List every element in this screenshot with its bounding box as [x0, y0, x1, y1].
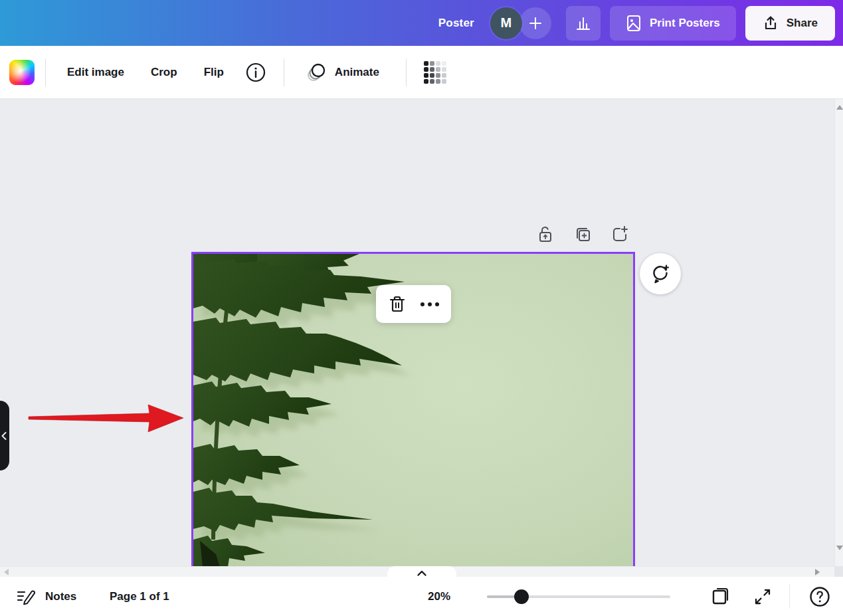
grid-view-button[interactable]: [709, 577, 733, 616]
timeline-expand-tab[interactable]: [387, 566, 456, 577]
scroll-left-arrow-icon[interactable]: [4, 569, 9, 575]
page-indicator[interactable]: Page 1 of 1: [110, 577, 169, 616]
delete-button[interactable]: [385, 292, 409, 316]
toolbar-divider: [406, 58, 407, 86]
zoom-slider-track[interactable]: [487, 595, 670, 598]
red-arrow-annotation: [27, 401, 186, 435]
collapse-chevron-icon: [1, 432, 7, 440]
info-icon: [245, 62, 266, 83]
avatar-initial: M: [501, 15, 512, 31]
add-member-button[interactable]: [519, 7, 551, 39]
avatar[interactable]: M: [490, 7, 522, 39]
footer-divider: [789, 584, 790, 609]
comment-add-icon: [650, 263, 671, 284]
plus-icon: [528, 16, 543, 31]
pages-icon: [709, 585, 733, 609]
selection-actions: [535, 225, 630, 245]
insights-button[interactable]: [566, 6, 601, 41]
trash-icon: [388, 294, 407, 314]
chevron-up-icon: [417, 570, 426, 576]
element-mini-toolbar: [376, 285, 451, 323]
help-icon: [808, 585, 831, 608]
print-posters-label: Print Posters: [650, 17, 720, 30]
zoom-slider-knob[interactable]: [514, 589, 529, 604]
sidebar-collapse-handle[interactable]: [0, 401, 9, 470]
lock-icon: [537, 225, 554, 244]
help-button[interactable]: [808, 577, 831, 616]
notes-label: Notes: [45, 590, 76, 603]
expand-icon: [753, 587, 773, 607]
duplicate-icon: [573, 225, 592, 244]
notes-icon: [16, 588, 36, 605]
account-group: M: [490, 7, 551, 39]
zoom-slider[interactable]: [487, 577, 670, 616]
animate-button[interactable]: Animate: [295, 56, 390, 89]
add-page-above-button[interactable]: [610, 225, 630, 245]
duplicate-button[interactable]: [573, 225, 593, 245]
animate-icon: [306, 62, 328, 82]
scroll-right-arrow-icon[interactable]: [815, 569, 820, 575]
share-button[interactable]: Share: [745, 6, 835, 41]
fullscreen-button[interactable]: [753, 577, 773, 616]
transparency-button[interactable]: [417, 56, 453, 89]
info-button[interactable]: [238, 56, 273, 88]
transparency-icon: [424, 61, 446, 84]
add-comment-button[interactable]: [640, 253, 681, 294]
more-options-button[interactable]: [418, 292, 442, 316]
bar-chart-icon: [575, 15, 592, 32]
app-header: Poster M Print Posters Share: [0, 0, 843, 46]
scroll-up-arrow-icon[interactable]: [836, 105, 843, 110]
toolbar-divider: [45, 58, 46, 86]
crop-button[interactable]: Crop: [140, 59, 188, 86]
color-filter-icon[interactable]: [9, 60, 35, 85]
add-page-icon: [610, 225, 629, 244]
image-icon: [626, 15, 642, 32]
more-dots-icon: [421, 302, 439, 306]
canvas-workspace: + Add page: [0, 98, 843, 577]
flip-button[interactable]: Flip: [193, 59, 234, 86]
toolbar-divider: [284, 58, 284, 86]
status-bar: Notes Page 1 of 1 20% 1: [0, 577, 843, 616]
print-posters-button[interactable]: Print Posters: [610, 6, 736, 41]
edit-toolbar: Edit image Crop Flip Animate: [0, 46, 843, 98]
zoom-level-label[interactable]: 20%: [428, 577, 450, 616]
lock-button[interactable]: [535, 225, 555, 245]
share-label: Share: [787, 17, 818, 30]
scroll-down-arrow-icon[interactable]: [836, 546, 843, 550]
scrollbar-corner: [834, 566, 843, 577]
edit-image-button[interactable]: Edit image: [56, 59, 135, 86]
notes-button[interactable]: Notes: [13, 577, 79, 616]
vertical-scrollbar[interactable]: [834, 98, 843, 566]
share-upload-icon: [763, 15, 779, 31]
document-title[interactable]: Poster: [438, 17, 474, 30]
animate-label: Animate: [335, 66, 379, 79]
